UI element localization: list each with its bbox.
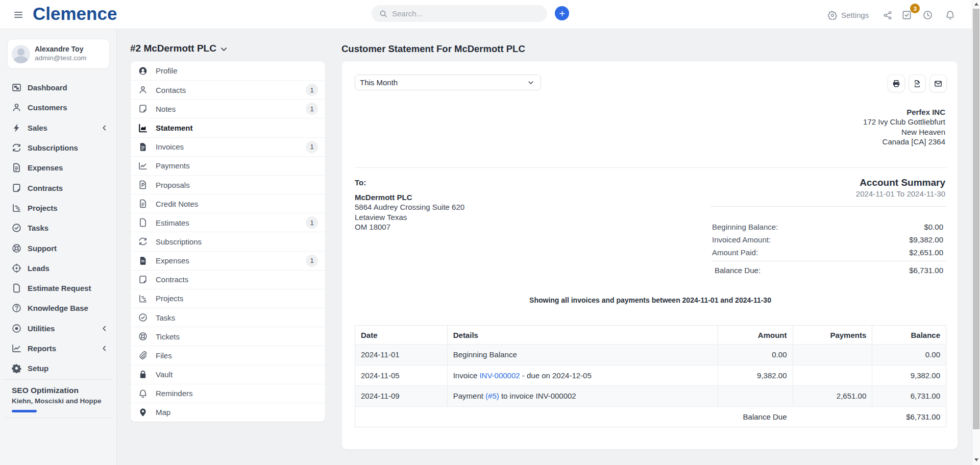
svg-text:PDF: PDF — [915, 82, 919, 85]
